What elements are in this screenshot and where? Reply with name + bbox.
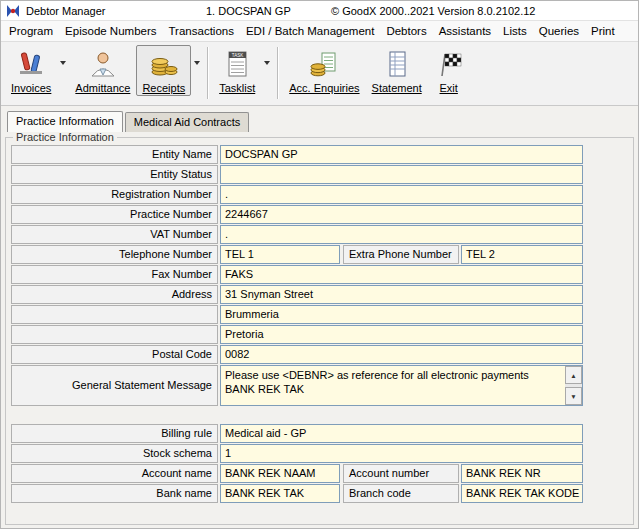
- invoices-label: Invoices: [11, 82, 51, 94]
- chevron-down-icon: [60, 61, 66, 65]
- registration-number-label: Registration Number: [11, 185, 218, 204]
- account-number-field[interactable]: BANK REK NR: [461, 464, 583, 483]
- general-statement-message-field[interactable]: Please use <DEBNR> as reference for all …: [220, 365, 583, 406]
- scroll-down-button[interactable]: ▼: [565, 387, 582, 405]
- postal-code-field[interactable]: 0082: [220, 345, 583, 364]
- form-row: Pretoria: [11, 325, 633, 344]
- statement-message-scrollbar[interactable]: ▲ ▼: [565, 366, 582, 405]
- statement-label: Statement: [372, 82, 422, 94]
- titlebar-version: © GoodX 2000..2021 Version 8.0.2102.12: [331, 5, 535, 17]
- address-label-spacer: [11, 325, 218, 344]
- svg-text:TASK: TASK: [232, 53, 243, 58]
- exit-button[interactable]: Exit: [428, 45, 470, 96]
- form-row: General Statement Message Please use <DE…: [11, 365, 633, 406]
- tab-medical-aid-contracts[interactable]: Medical Aid Contracts: [125, 112, 249, 132]
- branch-code-field[interactable]: BANK REK TAK KODE: [461, 484, 583, 503]
- form-row: Practice Number 2244667: [11, 205, 633, 224]
- address-label: Address: [11, 285, 218, 304]
- branch-code-label: Branch code: [343, 484, 459, 503]
- invoices-button[interactable]: Invoices: [5, 45, 57, 96]
- toolbar-separator: [277, 47, 279, 99]
- fax-number-label: Fax Number: [11, 265, 218, 284]
- vat-number-label: VAT Number: [11, 225, 218, 244]
- tasklist-dropdown-button[interactable]: [261, 45, 273, 81]
- tasklist-label: Tasklist: [219, 82, 255, 94]
- toolbar: Invoices Admittance: [1, 42, 638, 106]
- exit-icon: [434, 48, 464, 80]
- form-row: Entity Name DOCSPAN GP: [11, 145, 633, 164]
- practice-number-label: Practice Number: [11, 205, 218, 224]
- account-name-label: Account name: [11, 464, 218, 483]
- form-row: Fax Number FAKS: [11, 265, 633, 284]
- vat-number-field[interactable]: .: [220, 225, 583, 244]
- menu-lists[interactable]: Lists: [497, 22, 533, 40]
- menu-episode-numbers[interactable]: Episode Numbers: [59, 22, 162, 40]
- section-spacer: [11, 407, 633, 424]
- account-name-field[interactable]: BANK REK NAAM: [220, 464, 340, 483]
- postal-code-label: Postal Code: [11, 345, 218, 364]
- address-line1-field[interactable]: 31 Snyman Street: [220, 285, 583, 304]
- tasklist-button[interactable]: TASK Tasklist: [213, 45, 261, 96]
- extra-phone-number-label: Extra Phone Number: [343, 245, 459, 264]
- exit-label: Exit: [440, 82, 458, 94]
- debtor-manager-window: Debtor Manager 1. DOCSPAN GP © GoodX 200…: [0, 0, 639, 529]
- entity-status-field[interactable]: [220, 165, 583, 184]
- receipts-button[interactable]: Receipts: [136, 45, 191, 96]
- tab-strip: Practice Information Medical Aid Contrac…: [1, 106, 638, 132]
- statement-icon: [382, 48, 412, 80]
- admittance-label: Admittance: [75, 82, 130, 94]
- acc-enquiries-button[interactable]: Acc. Enquiries: [283, 45, 365, 96]
- receipts-label: Receipts: [142, 82, 185, 94]
- form-row: Postal Code 0082: [11, 345, 633, 364]
- form-row: Billing rule Medical aid - GP: [11, 424, 633, 443]
- arrow-down-icon: ▼: [570, 393, 576, 400]
- billing-rule-label: Billing rule: [11, 424, 218, 443]
- acc-enquiries-label: Acc. Enquiries: [289, 82, 359, 94]
- extra-phone-number-field[interactable]: TEL 2: [461, 245, 583, 264]
- scroll-up-button[interactable]: ▲: [565, 366, 582, 384]
- chevron-down-icon: [194, 61, 200, 65]
- menu-queries[interactable]: Queries: [533, 22, 585, 40]
- menu-assistants[interactable]: Assistants: [433, 22, 497, 40]
- telephone-number-label: Telephone Number: [11, 245, 218, 264]
- receipts-dropdown-button[interactable]: [191, 45, 203, 81]
- practice-information-groupbox: Practice Information Entity Name DOCSPAN…: [5, 131, 634, 525]
- entity-name-field[interactable]: DOCSPAN GP: [220, 145, 583, 164]
- address-line2-field[interactable]: Brummeria: [220, 305, 583, 324]
- menu-print[interactable]: Print: [585, 22, 621, 40]
- form-row: Account name BANK REK NAAM Account numbe…: [11, 464, 633, 483]
- form-row: Registration Number .: [11, 185, 633, 204]
- form-row: Telephone Number TEL 1 Extra Phone Numbe…: [11, 245, 633, 264]
- invoices-dropdown-button[interactable]: [57, 45, 69, 81]
- titlebar-entity: 1. DOCSPAN GP: [206, 5, 291, 17]
- menu-edi-batch-management[interactable]: EDI / Batch Management: [240, 22, 380, 40]
- groupbox-legend: Practice Information: [13, 131, 117, 143]
- entity-status-label: Entity Status: [11, 165, 218, 184]
- billing-rule-field[interactable]: Medical aid - GP: [220, 424, 583, 443]
- form-row: Stock schema 1: [11, 444, 633, 463]
- address-line3-field[interactable]: Pretoria: [220, 325, 583, 344]
- fax-number-field[interactable]: FAKS: [220, 265, 583, 284]
- tab-practice-information[interactable]: Practice Information: [7, 111, 123, 132]
- stock-schema-label: Stock schema: [11, 444, 218, 463]
- form-row: Entity Status: [11, 165, 633, 184]
- registration-number-field[interactable]: .: [220, 185, 583, 204]
- menu-transactions[interactable]: Transactions: [163, 22, 240, 40]
- form-row: VAT Number .: [11, 225, 633, 244]
- menu-program[interactable]: Program: [3, 22, 59, 40]
- address-label-spacer: [11, 305, 218, 324]
- statement-message-line1: Please use <DEBNR> as reference for all …: [225, 368, 560, 382]
- stock-schema-field[interactable]: 1: [220, 444, 583, 463]
- acc-enquiries-icon: [309, 48, 339, 80]
- statement-button[interactable]: Statement: [366, 45, 428, 96]
- admittance-button[interactable]: Admittance: [69, 45, 136, 96]
- form-row: Address 31 Snyman Street: [11, 285, 633, 304]
- menu-debtors[interactable]: Debtors: [380, 22, 432, 40]
- statement-message-line2: BANK REK TAK: [225, 382, 560, 396]
- toolbar-separator: [207, 47, 209, 99]
- practice-number-field[interactable]: 2244667: [220, 205, 583, 224]
- bank-name-field[interactable]: BANK REK TAK: [220, 484, 340, 503]
- arrow-up-icon: ▲: [570, 372, 576, 379]
- entity-name-label: Entity Name: [11, 145, 218, 164]
- telephone-number-field[interactable]: TEL 1: [220, 245, 340, 264]
